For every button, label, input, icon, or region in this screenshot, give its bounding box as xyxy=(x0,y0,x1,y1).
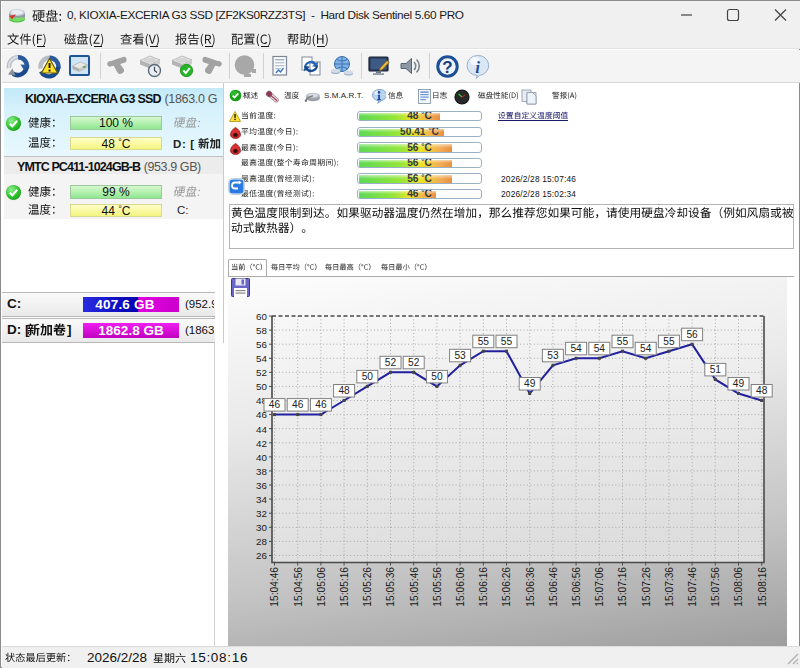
svg-text:54: 54 xyxy=(570,343,582,354)
svg-text:46: 46 xyxy=(315,399,327,410)
svg-text:55: 55 xyxy=(617,336,629,347)
svg-text:55: 55 xyxy=(663,336,675,347)
svg-text:15:07:46: 15:07:46 xyxy=(687,567,698,607)
svg-text:49: 49 xyxy=(524,378,536,389)
svg-text:15:05:56: 15:05:56 xyxy=(432,567,443,607)
svg-text:15:08:16: 15:08:16 xyxy=(757,567,768,607)
svg-text:55: 55 xyxy=(501,336,513,347)
svg-text:48: 48 xyxy=(338,385,350,396)
svg-text:15:06:36: 15:06:36 xyxy=(525,567,536,607)
svg-text:38: 38 xyxy=(256,466,267,477)
svg-text:15:06:06: 15:06:06 xyxy=(455,567,466,607)
svg-text:15:06:56: 15:06:56 xyxy=(571,567,582,607)
svg-text:26: 26 xyxy=(256,550,267,561)
svg-text:15:06:16: 15:06:16 xyxy=(478,567,489,607)
svg-text:58: 58 xyxy=(256,325,267,336)
svg-text:30: 30 xyxy=(256,522,267,533)
svg-text:42: 42 xyxy=(256,438,267,449)
svg-text:46: 46 xyxy=(292,399,304,410)
svg-text:15:07:06: 15:07:06 xyxy=(594,567,605,607)
svg-text:15:05:46: 15:05:46 xyxy=(409,567,420,607)
svg-text:44: 44 xyxy=(256,424,267,435)
svg-text:15:06:46: 15:06:46 xyxy=(548,567,559,607)
svg-text:51: 51 xyxy=(710,364,722,375)
svg-text:15:05:26: 15:05:26 xyxy=(362,567,373,607)
svg-text:15:07:16: 15:07:16 xyxy=(617,567,628,607)
svg-text:40: 40 xyxy=(256,452,267,463)
svg-text:15:07:56: 15:07:56 xyxy=(710,567,721,607)
svg-text:15:08:06: 15:08:06 xyxy=(733,567,744,607)
svg-text:50: 50 xyxy=(431,371,443,382)
svg-text:52: 52 xyxy=(256,367,267,378)
svg-text:15:07:36: 15:07:36 xyxy=(664,567,675,607)
svg-text:55: 55 xyxy=(478,336,490,347)
svg-text:60: 60 xyxy=(256,311,267,322)
svg-text:15:04:56: 15:04:56 xyxy=(293,567,304,607)
svg-text:46: 46 xyxy=(269,399,281,410)
svg-text:28: 28 xyxy=(256,536,267,547)
svg-text:15:05:06: 15:05:06 xyxy=(316,567,327,607)
svg-text:56: 56 xyxy=(256,339,267,350)
svg-text:15:04:46: 15:04:46 xyxy=(269,567,280,607)
svg-text:49: 49 xyxy=(733,378,745,389)
svg-text:53: 53 xyxy=(454,350,466,361)
svg-text:32: 32 xyxy=(256,508,267,519)
svg-text:15:05:16: 15:05:16 xyxy=(339,567,350,607)
svg-text:48: 48 xyxy=(756,385,768,396)
svg-text:56: 56 xyxy=(686,329,698,340)
svg-text:50: 50 xyxy=(362,371,374,382)
svg-text:54: 54 xyxy=(256,353,267,364)
svg-text:36: 36 xyxy=(256,480,267,491)
svg-text:52: 52 xyxy=(385,357,397,368)
svg-text:15:07:26: 15:07:26 xyxy=(641,567,652,607)
svg-text:34: 34 xyxy=(256,494,267,505)
svg-text:15:06:26: 15:06:26 xyxy=(501,567,512,607)
svg-text:53: 53 xyxy=(547,350,559,361)
svg-text:15:05:36: 15:05:36 xyxy=(385,567,396,607)
svg-text:52: 52 xyxy=(408,357,420,368)
svg-text:50: 50 xyxy=(256,381,267,392)
svg-text:54: 54 xyxy=(594,343,606,354)
svg-text:54: 54 xyxy=(640,343,652,354)
